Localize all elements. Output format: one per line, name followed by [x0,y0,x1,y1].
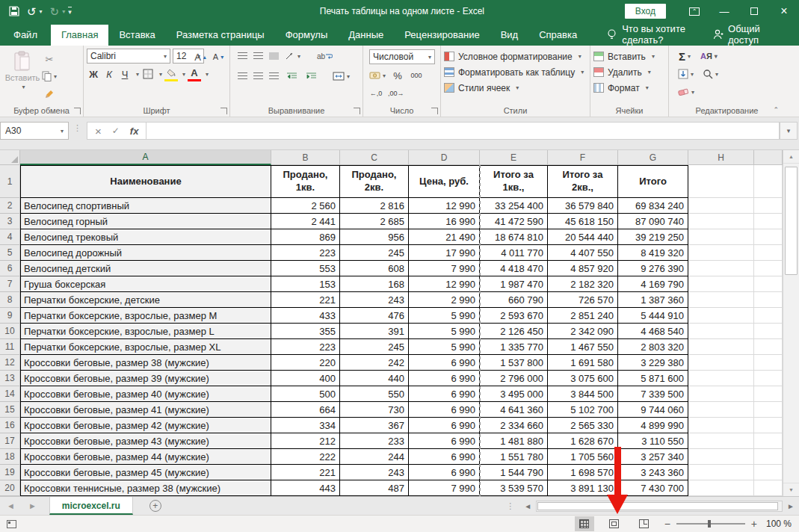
cell[interactable]: Груша боксерская [20,276,271,292]
redo-icon[interactable]: ↻ [50,6,60,17]
cell[interactable]: 153 [271,276,340,292]
cell[interactable] [688,465,754,480]
cell[interactable]: 20 544 440 [548,229,618,245]
align-center-icon[interactable] [253,72,263,80]
horizontal-scrollbar-thumb[interactable] [537,502,778,510]
cell[interactable] [688,339,754,355]
cell[interactable]: 1 628 670 [548,433,618,449]
cell[interactable] [754,355,783,371]
bold-button[interactable]: Ж [87,66,100,81]
conditional-formatting-button[interactable]: Условное форматирование▾ [444,49,587,64]
cell[interactable] [754,418,783,433]
tab-review[interactable]: Рецензирование [394,25,490,46]
cell[interactable]: 433 [271,308,340,324]
cell[interactable]: 5 990 [409,339,480,355]
cell[interactable]: 1 987 470 [480,276,548,292]
wrap-text-button[interactable]: ab [317,49,333,64]
cell[interactable]: Перчатки боксерские, взрослые, размер L [20,324,271,339]
cell[interactable]: 16 990 [409,214,480,229]
borders-dropdown-icon[interactable]: ▾ [159,71,162,78]
hscroll-left-icon[interactable]: ◄ [519,502,536,510]
tab-help[interactable]: Справка [528,25,587,46]
zoom-in-icon[interactable]: + [751,518,757,530]
cell[interactable]: 1 537 800 [480,355,548,371]
undo-icon[interactable]: ↺ [27,6,37,17]
cell[interactable]: 1 481 880 [480,433,548,449]
cell[interactable]: Кроссовки беговые, размер 43 (мужские) [20,433,271,449]
sign-in-button[interactable]: Вход [625,4,666,19]
find-select-button[interactable]: ▾ [703,66,718,81]
font-dialog-launcher-icon[interactable] [220,108,227,114]
cell[interactable]: 6 990 [409,371,480,386]
cell[interactable]: 5 990 [409,308,480,324]
row-header[interactable]: 7 [0,276,20,292]
cell[interactable]: Кроссовки беговые, размер 40 (мужские) [20,386,271,402]
merge-center-button[interactable]: ▾ [333,69,350,84]
column-header-E[interactable]: E [480,150,548,165]
cell[interactable]: 4 418 470 [480,261,548,276]
row-header[interactable]: 19 [0,465,20,480]
cell[interactable]: 550 [340,386,409,402]
cell[interactable] [688,433,754,449]
name-box-splitter[interactable]: ⋮ [69,122,87,134]
row-header[interactable]: 16 [0,418,20,433]
column-header-D[interactable]: D [409,150,480,165]
cell[interactable]: 6 990 [409,355,480,371]
cell[interactable]: 2 441 [271,214,340,229]
shrink-font-button[interactable]: А▾ [212,49,225,64]
cell[interactable]: 4 468 540 [618,324,688,339]
cell[interactable]: 9 276 390 [618,261,688,276]
cell[interactable] [688,261,754,276]
page-break-preview-button[interactable] [635,516,654,531]
cell[interactable]: 220 [271,355,340,371]
cell[interactable]: 6 990 [409,386,480,402]
align-middle-icon[interactable] [253,52,263,60]
cell[interactable]: Кроссовки теннисные, размер 38 (мужские) [20,480,271,496]
cell[interactable]: 12 990 [409,276,480,292]
column-header-partial[interactable] [754,150,783,165]
cell[interactable]: Велосипед детский [20,261,271,276]
cell[interactable]: 223 [271,245,340,261]
borders-button[interactable] [141,66,155,81]
cell[interactable] [754,449,783,465]
tab-home[interactable]: Главная [51,25,108,46]
grow-font-button[interactable]: А▴ [194,49,207,64]
cell[interactable]: 5 871 600 [618,371,688,386]
cell[interactable]: 242 [340,355,409,371]
cell[interactable]: 391 [340,324,409,339]
cell[interactable]: Велосипед трековый [20,229,271,245]
cell[interactable]: Кроссовки беговые, размер 39 (мужские) [20,371,271,386]
row-header[interactable]: 3 [0,214,20,229]
status-indicator-icon[interactable] [7,520,16,528]
cell[interactable]: 2 851 240 [548,308,618,324]
cell[interactable]: 726 570 [548,292,618,308]
row-header[interactable]: 4 [0,229,20,245]
sheet-nav-right-icon[interactable]: ► [22,501,43,510]
formula-input[interactable] [146,122,780,140]
row-header[interactable]: 18 [0,449,20,465]
cell[interactable]: Кроссовки беговые, размер 42 (мужские) [20,418,271,433]
cell[interactable]: Перчатки боксерские, взрослые, размер M [20,308,271,324]
cell[interactable]: 355 [271,324,340,339]
cell[interactable] [754,339,783,355]
autosum-button[interactable]: Σ▾ [678,49,691,64]
cell[interactable]: 334 [271,418,340,433]
cell[interactable] [754,292,783,308]
cell[interactable]: 730 [340,402,409,418]
cell[interactable]: 4 641 360 [480,402,548,418]
cell[interactable]: 3 844 500 [548,386,618,402]
cell-styles-button[interactable]: Стили ячеек▾ [444,80,587,96]
orientation-button[interactable]: ▾ [285,49,300,64]
align-top-icon[interactable] [238,52,247,60]
cell[interactable]: 664 [271,402,340,418]
cell[interactable] [688,292,754,308]
format-cells-button[interactable]: Формат▾ [593,80,665,96]
cell[interactable]: 7 430 700 [618,480,688,496]
row-header[interactable]: 8 [0,292,20,308]
cell[interactable]: 39 219 250 [618,229,688,245]
cell[interactable] [688,449,754,465]
tell-me-search[interactable]: Что вы хотите сделать? [607,23,713,46]
clear-button[interactable]: ▾ [678,84,694,99]
cell[interactable] [688,214,754,229]
row-header[interactable]: 5 [0,245,20,261]
